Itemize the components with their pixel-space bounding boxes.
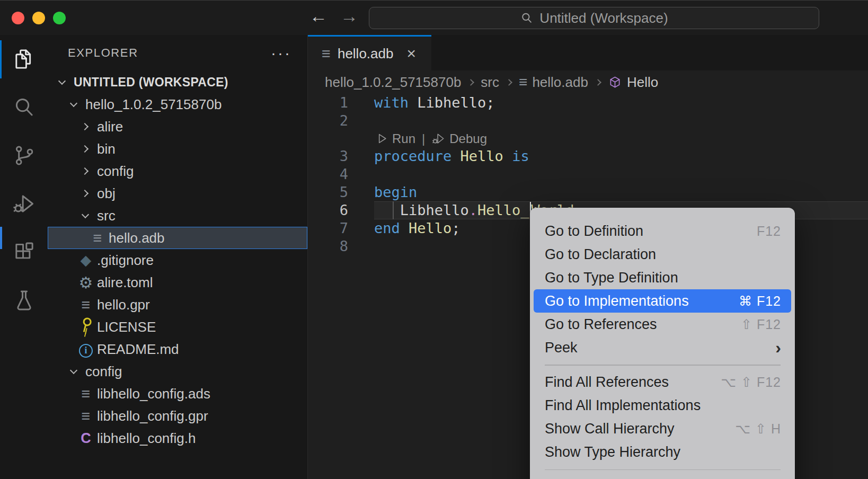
tree-item--gitignore[interactable]: ◆.gitignore bbox=[48, 249, 307, 271]
tree-item-license[interactable]: LICENSE bbox=[48, 316, 307, 338]
code-line-text[interactable]: with Libhello; bbox=[348, 94, 495, 112]
menu-item-show-type-hierarchy[interactable]: Show Type Hierarchy bbox=[530, 441, 795, 464]
tree-item-label: libhello_config.h bbox=[97, 430, 196, 447]
tree-item-label: hello.adb bbox=[109, 230, 165, 246]
minimize-window-button[interactable] bbox=[32, 12, 45, 24]
tree-item-readme-md[interactable]: iREADME.md bbox=[48, 338, 307, 360]
more-actions-icon[interactable]: ··· bbox=[271, 50, 291, 56]
tree-item-alire-toml[interactable]: ⚙alire.toml bbox=[48, 271, 307, 294]
file-lines-icon: ≡ bbox=[77, 385, 94, 403]
activity-item-search[interactable] bbox=[0, 83, 48, 131]
menu-item-label: Show Type Hierarchy bbox=[545, 444, 680, 460]
menu-item-label: Show Call Hierarchy bbox=[545, 421, 675, 437]
line-number: 4 bbox=[308, 165, 348, 183]
code-line-text[interactable] bbox=[348, 165, 374, 183]
menu-item-go-to-implementations[interactable]: Go to Implementations⌘ F12 bbox=[534, 289, 791, 313]
menu-item-label: Go to Type Definition bbox=[545, 270, 678, 286]
code-line-text[interactable] bbox=[348, 112, 374, 130]
tab-hello-adb[interactable]: ≡ hello.adb × bbox=[308, 35, 431, 70]
file-lines-icon: ≡ bbox=[77, 407, 94, 425]
menu-separator bbox=[545, 365, 781, 366]
code-line-text[interactable] bbox=[348, 237, 374, 255]
zoom-window-button[interactable] bbox=[53, 12, 66, 24]
tree-item-hello-adb[interactable]: ≡hello.adb bbox=[48, 227, 307, 249]
tree-item-label: alire.toml bbox=[97, 274, 153, 291]
back-arrow-icon[interactable]: ← bbox=[309, 6, 327, 26]
chevron-right-icon bbox=[595, 79, 601, 86]
tree-item-libhello-config-gpr[interactable]: ≡libhello_config.gpr bbox=[48, 405, 307, 427]
tree-item-hello-1-0-2-5715870b[interactable]: hello_1.0.2_5715870b bbox=[48, 93, 307, 116]
tree-item-config[interactable]: config bbox=[48, 360, 307, 383]
menu-item-go-to-type-definition[interactable]: Go to Type Definition bbox=[530, 266, 795, 289]
activity-item-testing[interactable] bbox=[0, 276, 48, 324]
run-debug-icon bbox=[12, 191, 37, 216]
debug-icon bbox=[431, 131, 446, 146]
window-controls bbox=[12, 12, 66, 24]
tree-item-untitled-workspace-[interactable]: UNTITLED (WORKSPACE) bbox=[48, 71, 307, 93]
tree-item-src[interactable]: src bbox=[48, 205, 307, 227]
file-lines-icon: ≡ bbox=[77, 296, 94, 314]
info-icon: i bbox=[77, 341, 94, 358]
code-line-text[interactable]: begin bbox=[348, 183, 417, 201]
menu-item-label: Find All References bbox=[545, 374, 669, 391]
tree-item-obj[interactable]: obj bbox=[48, 182, 307, 205]
breadcrumb-item-hello-adb[interactable]: ≡hello.adb bbox=[519, 74, 588, 91]
tree-item-label: obj bbox=[97, 185, 116, 202]
tree-item-label: config bbox=[85, 363, 122, 380]
forward-arrow-icon[interactable]: → bbox=[340, 6, 358, 26]
tree-item-libhello-config-h[interactable]: Clibhello_config.h bbox=[48, 427, 307, 449]
close-icon[interactable]: × bbox=[406, 45, 416, 63]
menu-item-label: Go to Declaration bbox=[545, 246, 656, 263]
activity-item-extensions[interactable] bbox=[0, 228, 48, 276]
tab-bar: ≡ hello.adb × bbox=[308, 35, 868, 70]
menu-item-find-all-references[interactable]: Find All References⌥ ⇧ F12 bbox=[530, 371, 795, 394]
codelens-debug-link[interactable]: Debug bbox=[431, 130, 487, 148]
codelens-run-link[interactable]: Run bbox=[374, 130, 415, 148]
breadcrumb-item-src[interactable]: src bbox=[481, 74, 499, 91]
search-icon bbox=[520, 11, 534, 25]
context-menu: Go to DefinitionF12Go to DeclarationGo t… bbox=[530, 208, 795, 479]
menu-item-shortcut: ⌥ ⇧ H bbox=[735, 421, 781, 437]
code-line-text[interactable]: procedure Hello is bbox=[348, 147, 529, 165]
tree-item-label: src bbox=[97, 208, 116, 224]
menu-item-find-all-implementations[interactable]: Find All Implementations bbox=[530, 394, 795, 418]
breadcrumb-label: hello.adb bbox=[532, 74, 588, 91]
activity-item-explorer[interactable] bbox=[0, 35, 48, 83]
menu-item-go-to-declaration[interactable]: Go to Declaration bbox=[530, 243, 795, 266]
code-line-4: 4 bbox=[308, 165, 868, 183]
code-line-5: 5begin bbox=[308, 183, 868, 201]
breadcrumb-item-hello[interactable]: Hello bbox=[608, 74, 658, 91]
tree-item-config[interactable]: config bbox=[48, 160, 307, 182]
file-lines-icon: ≡ bbox=[89, 229, 106, 247]
menu-item-go-to-references[interactable]: Go to References⇧ F12 bbox=[530, 313, 795, 336]
history-nav: ← → bbox=[309, 6, 358, 26]
close-window-button[interactable] bbox=[12, 12, 24, 24]
codelens: Run|Debug bbox=[308, 130, 868, 147]
menu-item-peek[interactable]: Peek› bbox=[530, 336, 795, 359]
tree-item-alire[interactable]: alire bbox=[48, 116, 307, 138]
tree-item-label: UNTITLED (WORKSPACE) bbox=[74, 75, 228, 90]
command-center-label: Untitled (Workspace) bbox=[539, 10, 668, 26]
menu-item-label: Go to References bbox=[545, 316, 657, 333]
activity-item-source-control[interactable] bbox=[0, 131, 48, 180]
chevron-down-icon bbox=[66, 103, 82, 106]
tree-item-label: libhello_config.gpr bbox=[97, 408, 208, 424]
beaker-icon bbox=[12, 288, 37, 313]
explorer-sidebar: EXPLORER ··· UNTITLED (WORKSPACE)hello_1… bbox=[48, 35, 308, 479]
menu-item-show-call-hierarchy[interactable]: Show Call Hierarchy⌥ ⇧ H bbox=[530, 418, 795, 441]
tree-item-bin[interactable]: bin bbox=[48, 138, 307, 160]
tree-item-hello-gpr[interactable]: ≡hello.gpr bbox=[48, 294, 307, 316]
menu-item-go-to-definition[interactable]: Go to DefinitionF12 bbox=[530, 219, 795, 243]
codelens-separator: | bbox=[422, 130, 425, 148]
activity-item-run-debug[interactable] bbox=[0, 180, 48, 228]
titlebar: ← → Untitled (Workspace) bbox=[0, 0, 868, 35]
sidebar-title: EXPLORER bbox=[68, 46, 138, 60]
tree-item-label: .gitignore bbox=[97, 252, 154, 269]
menu-separator bbox=[545, 469, 781, 471]
tree-item-libhello-config-ads[interactable]: ≡libhello_config.ads bbox=[48, 383, 307, 405]
command-center[interactable]: Untitled (Workspace) bbox=[369, 7, 819, 29]
tree-item-label: libhello_config.ads bbox=[97, 386, 210, 402]
chevron-right-icon bbox=[467, 79, 474, 86]
code-line-text[interactable]: end Hello; bbox=[348, 219, 460, 237]
breadcrumb-item-hello-1-0-2-5715870b[interactable]: hello_1.0.2_5715870b bbox=[325, 74, 461, 91]
